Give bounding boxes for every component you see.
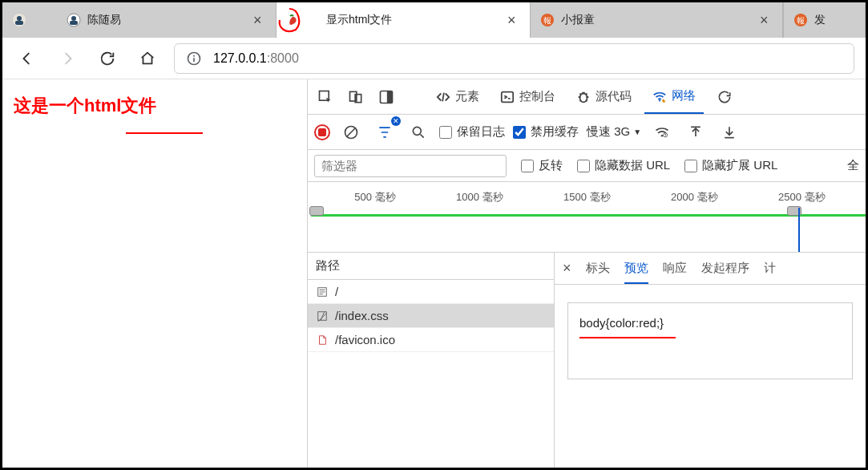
underline-annotation xyxy=(579,337,676,338)
clear-button[interactable] xyxy=(338,120,364,145)
site-info-icon[interactable] xyxy=(186,51,202,67)
hide-ext-url-checkbox[interactable]: 隐藏扩展 URL xyxy=(684,158,777,173)
browser-tab-3[interactable]: 報 小报童 × xyxy=(530,2,783,38)
disable-cache-checkbox[interactable]: 禁用缓存 xyxy=(513,124,579,140)
browser-tab-1[interactable]: 陈随易 × xyxy=(2,2,277,38)
svg-rect-5 xyxy=(70,21,78,25)
close-icon[interactable]: × xyxy=(253,12,266,29)
tab-timing[interactable]: 计 xyxy=(764,261,776,276)
tab-title: 陈随易 xyxy=(87,13,247,27)
range-handle-left[interactable] xyxy=(309,206,324,216)
svg-text:報: 報 xyxy=(543,16,551,25)
page-viewport: 这是一个html文件 xyxy=(2,79,307,468)
detail-tabs: × 标头 预览 响应 发起程序 计 xyxy=(555,253,866,285)
detail-body: body{color:red;} xyxy=(555,285,866,468)
tab-elements[interactable]: 元素 xyxy=(428,79,487,114)
svg-text:報: 報 xyxy=(797,16,805,25)
tick-label: 2000毫秒 xyxy=(671,190,718,205)
request-list: 路径 //index.css/favicon.ico xyxy=(308,253,555,468)
request-row[interactable]: / xyxy=(308,280,554,304)
tick-label: 1500毫秒 xyxy=(563,190,611,205)
tab-headers[interactable]: 标头 xyxy=(586,261,610,276)
tick-label: 500毫秒 xyxy=(354,190,396,205)
svg-point-1 xyxy=(17,16,22,21)
filter-badge: ✕ xyxy=(391,116,401,126)
all-filter[interactable]: 全 xyxy=(847,158,859,173)
url-text: 127.0.0.1:8000 xyxy=(213,51,299,66)
svg-rect-12 xyxy=(193,58,195,62)
device-toggle-icon[interactable] xyxy=(343,84,369,110)
svg-point-20 xyxy=(659,99,660,101)
tab-preview[interactable]: 预览 xyxy=(624,261,648,284)
tab-title: 小报童 xyxy=(561,13,753,27)
svg-rect-17 xyxy=(387,91,393,103)
tick-label: 1000毫秒 xyxy=(456,190,503,205)
wifi-icon xyxy=(652,89,667,103)
filter-toggle-icon[interactable]: ✕ xyxy=(372,120,398,145)
tab-strip: 陈随易 × 显示html文件 × 報 小报童 × 報 发 xyxy=(2,2,866,38)
tab-title: 发 xyxy=(814,13,855,27)
svg-point-4 xyxy=(71,16,76,21)
favicon-profile2-icon xyxy=(67,13,81,27)
address-bar[interactable]: 127.0.0.1:8000 xyxy=(174,43,854,74)
record-button[interactable] xyxy=(314,124,330,140)
close-icon[interactable]: × xyxy=(507,12,520,29)
tick-label: 2500毫秒 xyxy=(778,190,826,205)
file-css-icon xyxy=(316,310,329,322)
time-cursor[interactable] xyxy=(798,208,800,253)
download-icon[interactable] xyxy=(717,120,742,145)
request-path: /index.css xyxy=(335,309,389,322)
filter-input[interactable] xyxy=(314,155,507,177)
svg-point-11 xyxy=(193,55,195,56)
preserve-log-checkbox[interactable]: 保留日志 xyxy=(439,124,505,140)
preview-content: body{color:red;} xyxy=(567,302,853,379)
svg-rect-2 xyxy=(15,21,23,25)
upload-icon[interactable] xyxy=(683,120,709,145)
dock-side-icon[interactable] xyxy=(373,84,399,110)
refresh-icon[interactable] xyxy=(712,84,737,110)
devtools-tab-strip: 元素 控制台 源代码 网络 xyxy=(308,79,866,115)
svg-point-23 xyxy=(661,134,664,136)
request-path: /favicon.ico xyxy=(335,333,395,346)
invert-checkbox[interactable]: 反转 xyxy=(521,158,563,173)
request-row[interactable]: /favicon.ico xyxy=(308,328,554,352)
waterfall-bar xyxy=(311,214,866,217)
back-button[interactable] xyxy=(14,45,41,72)
request-detail: × 标头 预览 响应 发起程序 计 body{color:red;} xyxy=(555,253,866,468)
network-conditions-icon[interactable] xyxy=(649,120,675,145)
content-split: 这是一个html文件 元素 xyxy=(2,79,866,468)
browser-toolbar: 127.0.0.1:8000 xyxy=(2,38,866,79)
url-filter-row: 反转 隐藏数据 URL 隐藏扩展 URL 全 xyxy=(308,150,866,182)
tab-initiator[interactable]: 发起程序 xyxy=(701,261,749,276)
close-detail-button[interactable]: × xyxy=(563,260,571,277)
console-icon xyxy=(500,90,515,104)
tab-response[interactable]: 响应 xyxy=(663,261,687,276)
tab-console[interactable]: 控制台 xyxy=(492,79,563,114)
request-row[interactable]: /index.css xyxy=(308,304,554,328)
search-icon[interactable] xyxy=(406,120,431,145)
tab-sources[interactable]: 源代码 xyxy=(568,79,640,114)
code-icon xyxy=(436,90,450,104)
throttle-select[interactable]: 慢速 3G ▼ xyxy=(587,124,641,140)
request-path: / xyxy=(335,285,338,298)
chevron-down-icon: ▼ xyxy=(633,128,641,136)
svg-point-22 xyxy=(413,127,421,135)
inspect-element-icon[interactable] xyxy=(313,84,338,110)
browser-tab-4[interactable]: 報 发 xyxy=(783,2,866,38)
column-path[interactable]: 路径 xyxy=(308,253,554,280)
network-toolbar: ✕ 保留日志 禁用缓存 慢速 3G ▼ xyxy=(308,115,866,150)
hide-data-url-checkbox[interactable]: 隐藏数据 URL xyxy=(577,158,670,173)
network-waterfall[interactable]: 500毫秒1000毫秒1500毫秒2000毫秒2500毫秒 xyxy=(308,182,866,253)
favicon-profile-icon xyxy=(12,13,26,27)
file-img-icon xyxy=(316,334,329,346)
home-button[interactable] xyxy=(134,45,161,72)
tab-network[interactable]: 网络 xyxy=(644,79,704,114)
forward-button xyxy=(54,45,81,72)
browser-window: 陈随易 × 显示html文件 × 報 小报童 × 報 发 xyxy=(2,2,866,468)
favicon-bao-icon: 報 xyxy=(540,13,555,27)
reload-button[interactable] xyxy=(94,45,121,72)
browser-tab-2-active[interactable]: 显示html文件 × xyxy=(277,2,530,38)
favicon-pepper-icon xyxy=(286,13,301,27)
favicon-bao-icon: 報 xyxy=(793,13,808,27)
close-icon[interactable]: × xyxy=(760,12,773,29)
